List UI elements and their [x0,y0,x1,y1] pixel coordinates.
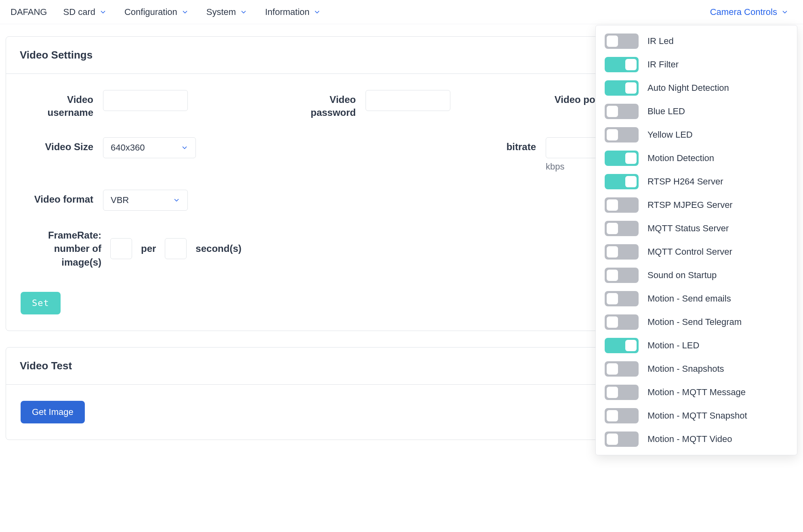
toggle-knob [607,199,618,211]
chevron-down-icon [181,144,188,151]
toggle-label: MQTT Control Server [647,247,732,257]
toggle-sound-on-startup[interactable] [605,268,639,283]
camera-control-row: Motion - LED [596,334,797,357]
camera-control-row: Auto Night Detection [596,76,797,100]
chevron-down-icon [173,197,180,204]
nav-item-configuration[interactable]: Configuration [116,0,198,24]
toggle-knob [625,176,637,187]
toggle-ir-led[interactable] [605,34,639,49]
video-size-value: 640x360 [111,142,145,153]
toggle-knob [625,82,637,94]
nav-item-system[interactable]: System [198,0,256,24]
camera-control-row: Blue LED [596,100,797,123]
toggle-mqtt-status-server[interactable] [605,221,639,236]
toggle-label: RTSP H264 Server [647,176,723,187]
toggle-label: Motion - Send Telegram [647,317,742,327]
navbar: DAFANG SD card Configuration System Info… [0,0,803,24]
label-video-port: Video port [546,90,602,106]
toggle-knob [607,363,618,375]
toggle-motion-send-emails[interactable] [605,291,639,306]
video-password-input[interactable] [366,90,450,111]
toggle-label: Blue LED [647,106,685,117]
nav-label: Configuration [124,7,177,17]
toggle-knob [607,410,618,421]
toggle-label: Motion - LED [647,340,699,351]
camera-controls-dropdown: IR LedIR FilterAuto Night DetectionBlue … [595,25,797,455]
toggle-label: Auto Night Detection [647,83,729,93]
label-bitrate: bitrate [366,137,536,153]
toggle-auto-night-detection[interactable] [605,80,639,96]
camera-control-row: Sound on Startup [596,264,797,287]
toggle-label: Motion - Snapshots [647,364,724,374]
toggle-label: IR Led [647,36,674,46]
toggle-yellow-led[interactable] [605,127,639,142]
toggle-label: Yellow LED [647,130,693,140]
video-username-input[interactable] [103,90,188,111]
toggle-label: Motion Detection [647,153,714,163]
brand: DAFANG [3,0,54,24]
toggle-motion-mqtt-snapshot[interactable] [605,408,639,423]
chevron-down-icon [781,8,788,16]
toggle-motion-mqtt-message[interactable] [605,385,639,400]
label-per: per [141,243,156,254]
camera-control-row: RTSP MJPEG Server [596,193,797,217]
camera-control-row: Motion - MQTT Message [596,381,797,404]
toggle-motion-mqtt-video[interactable] [605,431,639,447]
toggle-knob [607,106,618,117]
chevron-down-icon [99,8,107,16]
toggle-label: Motion - MQTT Snapshot [647,411,747,421]
toggle-blue-led[interactable] [605,104,639,119]
label-seconds: second(s) [195,243,241,254]
camera-control-row: Motion Detection [596,147,797,170]
camera-control-row: MQTT Status Server [596,217,797,240]
camera-control-row: Motion - MQTT Snapshot [596,404,797,427]
toggle-label: Motion - MQTT Message [647,387,746,398]
nav-label: SD card [63,7,95,17]
camera-control-row: MQTT Control Server [596,240,797,264]
camera-control-row: IR Led [596,29,797,53]
toggle-knob [625,153,637,164]
camera-control-row: Motion - Snapshots [596,357,797,381]
toggle-rtsp-h264-server[interactable] [605,174,639,189]
toggle-ir-filter[interactable] [605,57,639,72]
toggle-motion-detection[interactable] [605,151,639,166]
toggle-label: IR Filter [647,59,679,70]
get-image-button[interactable]: Get Image [21,401,85,423]
label-video-username: Video username [21,90,93,119]
label-video-size: Video Size [21,137,93,153]
camera-control-row: IR Filter [596,53,797,76]
video-format-value: VBR [111,195,129,205]
toggle-knob [607,129,618,140]
camera-control-row: Motion - MQTT Video [596,427,797,451]
toggle-knob [625,340,637,351]
video-size-select[interactable]: 640x360 [103,137,196,158]
set-button[interactable]: Set [21,292,61,314]
toggle-mqtt-control-server[interactable] [605,244,639,260]
toggle-label: Motion - MQTT Video [647,434,732,444]
nav-item-sd-card[interactable]: SD card [54,0,115,24]
nav-item-camera-controls[interactable]: Camera Controls [699,0,800,24]
camera-control-row: Yellow LED [596,123,797,147]
chevron-down-icon [181,8,189,16]
toggle-knob [607,316,618,328]
toggle-label: RTSP MJPEG Server [647,200,733,210]
label-framerate: FrameRate: number of image(s) [21,228,101,269]
toggle-knob [607,223,618,234]
toggle-motion-send-telegram[interactable] [605,314,639,330]
label-video-format: Video format [21,190,93,206]
framerate-images-input[interactable] [110,238,132,259]
nav-label: Information [265,7,309,17]
nav-item-information[interactable]: Information [256,0,330,24]
toggle-motion-led[interactable] [605,338,639,353]
video-format-select[interactable]: VBR [103,190,188,211]
nav-label: System [206,7,236,17]
camera-control-row: RTSP H264 Server [596,170,797,193]
toggle-label: Sound on Startup [647,270,717,281]
toggle-knob [607,270,618,281]
framerate-seconds-input[interactable] [165,238,187,259]
toggle-rtsp-mjpeg-server[interactable] [605,197,639,213]
toggle-label: Motion - Send emails [647,293,731,304]
toggle-knob [607,387,618,398]
toggle-knob [625,59,637,70]
toggle-motion-snapshots[interactable] [605,361,639,377]
